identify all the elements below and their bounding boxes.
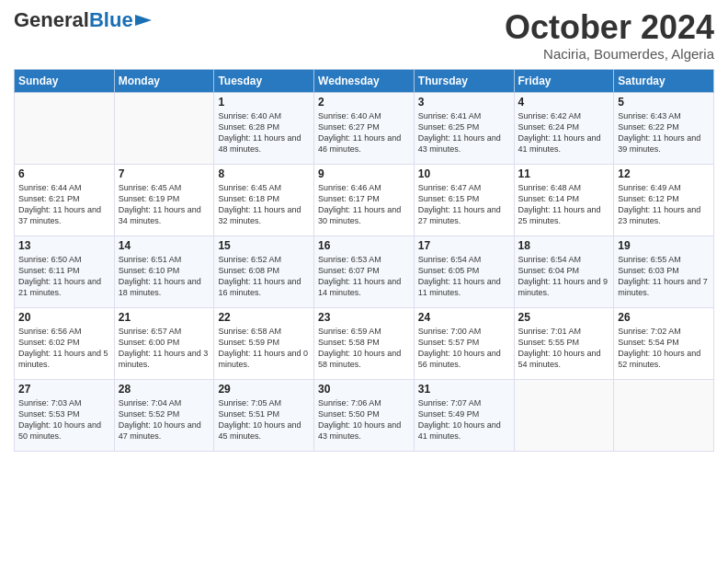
day-number: 21 <box>119 311 210 324</box>
cell-info: Sunrise: 6:53 AMSunset: 6:07 PMDaylight:… <box>318 254 410 299</box>
logo-icon <box>135 15 152 26</box>
cell-info: Sunrise: 6:51 AMSunset: 6:10 PMDaylight:… <box>119 254 210 299</box>
day-number: 25 <box>518 311 610 324</box>
day-number: 26 <box>618 311 710 324</box>
day-number: 6 <box>18 167 110 180</box>
cell-3-5: 25Sunrise: 7:01 AMSunset: 5:55 PMDayligh… <box>514 307 614 379</box>
cell-info: Sunrise: 6:56 AMSunset: 6:02 PMDaylight:… <box>18 326 110 371</box>
day-number: 7 <box>119 167 210 180</box>
cell-1-3: 9Sunrise: 6:46 AMSunset: 6:17 PMDaylight… <box>314 164 415 236</box>
cell-2-3: 16Sunrise: 6:53 AMSunset: 6:07 PMDayligh… <box>314 236 415 307</box>
day-number: 8 <box>218 167 310 180</box>
page-container: GeneralBlue October 2024 Naciria, Boumer… <box>0 0 728 461</box>
col-thursday: Thursday <box>414 69 514 92</box>
cell-3-1: 21Sunrise: 6:57 AMSunset: 6:00 PMDayligh… <box>114 307 214 379</box>
cell-info: Sunrise: 7:03 AMSunset: 5:53 PMDaylight:… <box>18 397 110 442</box>
cell-1-4: 10Sunrise: 6:47 AMSunset: 6:15 PMDayligh… <box>414 164 514 236</box>
cell-0-2: 1Sunrise: 6:40 AMSunset: 6:28 PMDaylight… <box>214 92 314 164</box>
cell-3-0: 20Sunrise: 6:56 AMSunset: 6:02 PMDayligh… <box>15 307 115 379</box>
cell-3-4: 24Sunrise: 7:00 AMSunset: 5:57 PMDayligh… <box>414 307 514 379</box>
col-wednesday: Wednesday <box>314 69 415 92</box>
cell-info: Sunrise: 6:42 AMSunset: 6:24 PMDaylight:… <box>518 110 610 155</box>
logo-text: GeneralBlue <box>14 9 133 31</box>
cell-info: Sunrise: 7:04 AMSunset: 5:52 PMDaylight:… <box>119 397 210 442</box>
cell-info: Sunrise: 7:06 AMSunset: 5:50 PMDaylight:… <box>318 397 410 442</box>
cell-info: Sunrise: 6:49 AMSunset: 6:12 PMDaylight:… <box>618 182 710 227</box>
day-number: 12 <box>618 167 710 180</box>
cell-2-2: 15Sunrise: 6:52 AMSunset: 6:08 PMDayligh… <box>214 236 314 307</box>
cell-info: Sunrise: 6:45 AMSunset: 6:19 PMDaylight:… <box>119 182 210 227</box>
cell-4-4: 31Sunrise: 7:07 AMSunset: 5:49 PMDayligh… <box>414 379 514 451</box>
cell-info: Sunrise: 6:40 AMSunset: 6:27 PMDaylight:… <box>318 110 410 155</box>
cell-2-4: 17Sunrise: 6:54 AMSunset: 6:05 PMDayligh… <box>414 236 514 307</box>
cell-info: Sunrise: 6:40 AMSunset: 6:28 PMDaylight:… <box>218 110 310 155</box>
cell-3-2: 22Sunrise: 6:58 AMSunset: 5:59 PMDayligh… <box>214 307 314 379</box>
cell-4-6 <box>614 379 714 451</box>
cell-0-6: 5Sunrise: 6:43 AMSunset: 6:22 PMDaylight… <box>614 92 714 164</box>
cell-1-2: 8Sunrise: 6:45 AMSunset: 6:18 PMDaylight… <box>214 164 314 236</box>
cell-info: Sunrise: 6:46 AMSunset: 6:17 PMDaylight:… <box>318 182 410 227</box>
week-row-0: 1Sunrise: 6:40 AMSunset: 6:28 PMDaylight… <box>15 92 714 164</box>
cell-info: Sunrise: 6:50 AMSunset: 6:11 PMDaylight:… <box>18 254 110 299</box>
cell-info: Sunrise: 6:54 AMSunset: 6:04 PMDaylight:… <box>518 254 610 299</box>
day-number: 2 <box>318 96 410 109</box>
day-number: 4 <box>518 96 610 109</box>
day-number: 18 <box>518 239 610 252</box>
cell-2-1: 14Sunrise: 6:51 AMSunset: 6:10 PMDayligh… <box>114 236 214 307</box>
col-saturday: Saturday <box>614 69 714 92</box>
week-row-4: 27Sunrise: 7:03 AMSunset: 5:53 PMDayligh… <box>15 379 714 451</box>
cell-info: Sunrise: 6:48 AMSunset: 6:14 PMDaylight:… <box>518 182 610 227</box>
cell-4-2: 29Sunrise: 7:05 AMSunset: 5:51 PMDayligh… <box>214 379 314 451</box>
month-title: October 2024 <box>505 9 714 46</box>
day-number: 19 <box>618 239 710 252</box>
cell-info: Sunrise: 6:47 AMSunset: 6:15 PMDaylight:… <box>418 182 510 227</box>
cell-1-0: 6Sunrise: 6:44 AMSunset: 6:21 PMDaylight… <box>15 164 115 236</box>
cell-3-3: 23Sunrise: 6:59 AMSunset: 5:58 PMDayligh… <box>314 307 415 379</box>
location: Naciria, Boumerdes, Algeria <box>505 46 714 62</box>
day-number: 11 <box>518 167 610 180</box>
day-number: 10 <box>418 167 510 180</box>
title-block: October 2024 Naciria, Boumerdes, Algeria <box>505 9 714 62</box>
day-number: 28 <box>119 383 210 396</box>
day-number: 20 <box>18 311 110 324</box>
cell-info: Sunrise: 6:58 AMSunset: 5:59 PMDaylight:… <box>218 326 310 371</box>
cell-info: Sunrise: 6:52 AMSunset: 6:08 PMDaylight:… <box>218 254 310 299</box>
cell-2-5: 18Sunrise: 6:54 AMSunset: 6:04 PMDayligh… <box>514 236 614 307</box>
svg-marker-0 <box>135 15 152 26</box>
day-number: 5 <box>618 96 710 109</box>
day-number: 30 <box>318 383 410 396</box>
cell-4-1: 28Sunrise: 7:04 AMSunset: 5:52 PMDayligh… <box>114 379 214 451</box>
cell-info: Sunrise: 7:05 AMSunset: 5:51 PMDaylight:… <box>218 397 310 442</box>
cell-0-1 <box>114 92 214 164</box>
col-tuesday: Tuesday <box>214 69 314 92</box>
week-row-1: 6Sunrise: 6:44 AMSunset: 6:21 PMDaylight… <box>15 164 714 236</box>
week-row-2: 13Sunrise: 6:50 AMSunset: 6:11 PMDayligh… <box>15 236 714 307</box>
day-number: 9 <box>318 167 410 180</box>
header-row: Sunday Monday Tuesday Wednesday Thursday… <box>15 69 714 92</box>
calendar-table: Sunday Monday Tuesday Wednesday Thursday… <box>14 69 714 452</box>
header: GeneralBlue October 2024 Naciria, Boumer… <box>14 9 714 62</box>
logo-general: General <box>14 8 89 31</box>
cell-info: Sunrise: 7:07 AMSunset: 5:49 PMDaylight:… <box>418 397 510 442</box>
day-number: 17 <box>418 239 510 252</box>
day-number: 3 <box>418 96 510 109</box>
cell-1-6: 12Sunrise: 6:49 AMSunset: 6:12 PMDayligh… <box>614 164 714 236</box>
cell-4-0: 27Sunrise: 7:03 AMSunset: 5:53 PMDayligh… <box>15 379 115 451</box>
cell-info: Sunrise: 7:01 AMSunset: 5:55 PMDaylight:… <box>518 326 610 371</box>
cell-3-6: 26Sunrise: 7:02 AMSunset: 5:54 PMDayligh… <box>614 307 714 379</box>
cell-1-5: 11Sunrise: 6:48 AMSunset: 6:14 PMDayligh… <box>514 164 614 236</box>
cell-info: Sunrise: 6:43 AMSunset: 6:22 PMDaylight:… <box>618 110 710 155</box>
cell-info: Sunrise: 6:55 AMSunset: 6:03 PMDaylight:… <box>618 254 710 299</box>
cell-0-3: 2Sunrise: 6:40 AMSunset: 6:27 PMDaylight… <box>314 92 415 164</box>
cell-info: Sunrise: 7:02 AMSunset: 5:54 PMDaylight:… <box>618 326 710 371</box>
cell-info: Sunrise: 6:54 AMSunset: 6:05 PMDaylight:… <box>418 254 510 299</box>
cell-2-6: 19Sunrise: 6:55 AMSunset: 6:03 PMDayligh… <box>614 236 714 307</box>
day-number: 29 <box>218 383 310 396</box>
day-number: 27 <box>18 383 110 396</box>
cell-1-1: 7Sunrise: 6:45 AMSunset: 6:19 PMDaylight… <box>114 164 214 236</box>
day-number: 14 <box>119 239 210 252</box>
cell-4-3: 30Sunrise: 7:06 AMSunset: 5:50 PMDayligh… <box>314 379 415 451</box>
logo-blue: Blue <box>89 8 133 31</box>
cell-0-4: 3Sunrise: 6:41 AMSunset: 6:25 PMDaylight… <box>414 92 514 164</box>
day-number: 23 <box>318 311 410 324</box>
